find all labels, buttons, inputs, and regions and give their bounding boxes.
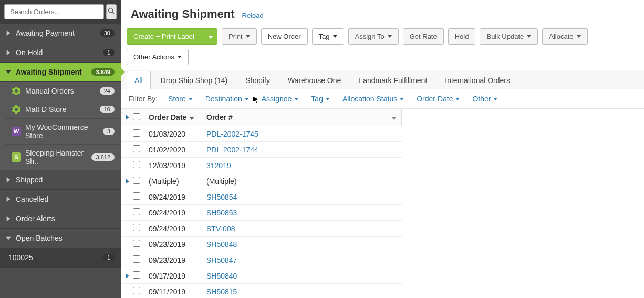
caret-icon [455, 98, 460, 100]
row-checkbox[interactable] [131, 173, 143, 189]
filter-tag[interactable]: Tag [311, 95, 330, 103]
table-row[interactable]: 12/03/2019312019 [121, 158, 402, 173]
dropdown-caret[interactable] [204, 29, 217, 44]
row-checkbox[interactable] [131, 221, 143, 237]
sidebar-cancelled[interactable]: Cancelled [0, 190, 121, 209]
column-header-order-number[interactable]: Order # [201, 109, 402, 126]
sidebar-order-alerts[interactable]: Order Alerts [0, 209, 121, 229]
filter-other[interactable]: Other [472, 95, 497, 103]
table-row[interactable]: 09/24/2019SH50854 [121, 189, 402, 205]
cell-order-number[interactable]: SH50815 [201, 284, 402, 299]
cell-order-number[interactable]: SH50840 [201, 268, 402, 284]
search-button[interactable] [106, 4, 117, 19]
sidebar-store-shopify[interactable]: S Sleeping Hamster Sh.. 3,812 [5, 145, 121, 170]
row-checkbox[interactable] [131, 252, 143, 268]
expand-all-toggle[interactable] [121, 109, 131, 126]
cell-order-number[interactable]: SH50853 [201, 205, 402, 221]
caret-icon [294, 98, 298, 100]
button-label: New Order [268, 33, 301, 40]
sidebar-store-mattd[interactable]: Matt D Store 10 [5, 100, 121, 119]
cell-order-number[interactable]: PDL-2002-1745 [201, 126, 402, 142]
other-actions-button[interactable]: Other Actions [127, 49, 189, 65]
filter-order-date[interactable]: Order Date [417, 95, 460, 103]
row-checkbox[interactable] [131, 126, 143, 142]
table-row[interactable]: (Multiple)(Multiple) [121, 173, 402, 189]
cell-order-number[interactable]: SH50848 [201, 237, 402, 252]
bulk-update-button[interactable]: Bulk Update [480, 28, 538, 45]
row-checkbox[interactable] [131, 189, 143, 205]
sidebar-awaiting-payment[interactable]: Awaiting Payment 30 [0, 24, 121, 43]
count-badge: 3,812 [91, 153, 115, 161]
sidebar-batch-item[interactable]: 100025 1 [0, 248, 121, 268]
count-badge: 10 [100, 106, 115, 113]
order-link[interactable]: SH50815 [206, 287, 237, 296]
table-row[interactable]: 01/02/2020PDL-2002-1744 [121, 142, 402, 158]
order-link[interactable]: STV-008 [206, 224, 235, 233]
column-header-order-date[interactable]: Order Date [143, 109, 201, 126]
filter-label: Assignee [262, 95, 292, 103]
order-link[interactable]: SH50840 [206, 272, 237, 280]
order-link[interactable]: SH50854 [206, 193, 237, 201]
order-link[interactable]: PDL-2002-1744 [206, 146, 258, 154]
row-checkbox[interactable] [131, 284, 143, 299]
column-menu-caret[interactable] [392, 113, 396, 121]
get-rate-button[interactable]: Get Rate [403, 28, 444, 45]
row-checkbox[interactable] [131, 268, 143, 284]
filter-destination[interactable]: Destination [205, 95, 249, 103]
filter-store[interactable]: Store [168, 95, 192, 103]
tab[interactable]: Warehouse One [280, 71, 349, 89]
sidebar-store-woocommerce[interactable]: W My WooCommerce Store 3 [5, 119, 121, 145]
chevron-right-icon [6, 216, 12, 221]
row-checkbox[interactable] [131, 237, 143, 252]
print-button[interactable]: Print [222, 28, 257, 45]
tag-button[interactable]: Tag [312, 28, 344, 45]
reload-link[interactable]: Reload [242, 12, 264, 19]
sidebar-awaiting-shipment[interactable]: Awaiting Shipment 3,849 [0, 63, 121, 82]
table-row[interactable]: 09/23/2019SH50848 [121, 237, 402, 252]
cell-order-number[interactable]: PDL-2002-1744 [201, 142, 402, 158]
allocate-button[interactable]: Allocate [542, 28, 587, 45]
sidebar-store-manual[interactable]: Manual Orders 24 [5, 82, 121, 100]
row-expand-toggle[interactable] [121, 173, 131, 189]
row-expand-toggle[interactable] [121, 268, 131, 284]
cell-order-number[interactable]: STV-008 [201, 221, 402, 237]
table-row[interactable]: 09/17/2019SH50840 [121, 268, 402, 284]
order-link[interactable]: PDL-2002-1745 [206, 130, 258, 138]
create-print-label-button[interactable]: Create + Print Label [127, 28, 217, 45]
order-link[interactable]: SH50853 [206, 209, 237, 217]
cell-order-number[interactable]: SH50854 [201, 189, 402, 205]
row-checkbox[interactable] [131, 158, 143, 173]
tab[interactable]: Shopify [237, 71, 278, 89]
hold-button[interactable]: Hold [448, 28, 476, 45]
assign-to-button[interactable]: Assign To [348, 28, 399, 45]
row-checkbox[interactable] [131, 205, 143, 221]
table-row[interactable]: 01/03/2020PDL-2002-1745 [121, 126, 402, 142]
search-input[interactable] [4, 4, 104, 19]
row-checkbox[interactable] [131, 142, 143, 158]
tabs: AllDrop Ship Shop (14)ShopifyWarehouse O… [121, 70, 644, 89]
sidebar-shipped[interactable]: Shipped [0, 170, 121, 190]
sidebar-open-batches[interactable]: Open Batches [0, 229, 121, 248]
sidebar-item-label: Awaiting Payment [16, 29, 96, 37]
order-link[interactable]: SH50848 [206, 240, 237, 249]
orders-table-wrap[interactable]: Order Date Order # 01/03/2020PDL-2002-17… [121, 109, 644, 298]
table-row[interactable]: 09/11/2019SH50815 [121, 284, 402, 299]
tab[interactable]: Landmark Fulfillment [351, 71, 435, 89]
select-all-checkbox[interactable] [131, 109, 143, 126]
sidebar-on-hold[interactable]: On Hold 1 [0, 43, 121, 63]
order-link[interactable]: SH50847 [206, 256, 237, 264]
tab[interactable]: Drop Ship Shop (14) [153, 71, 236, 89]
tab[interactable]: All [127, 71, 151, 89]
filter-assignee[interactable]: Assignee [262, 95, 299, 103]
filter-allocation-status[interactable]: Allocation Status [342, 95, 404, 103]
order-link[interactable]: 312019 [206, 161, 231, 170]
chevron-right-icon [6, 177, 12, 182]
table-row[interactable]: 09/24/2019SH50853 [121, 205, 402, 221]
tab[interactable]: International Orders [437, 71, 518, 89]
caret-icon [245, 98, 249, 100]
table-row[interactable]: 09/23/2019SH50847 [121, 252, 402, 268]
cell-order-number[interactable]: SH50847 [201, 252, 402, 268]
table-row[interactable]: 09/24/2019STV-008 [121, 221, 402, 237]
new-order-button[interactable]: New Order [261, 28, 308, 45]
cell-order-number[interactable]: 312019 [201, 158, 402, 173]
